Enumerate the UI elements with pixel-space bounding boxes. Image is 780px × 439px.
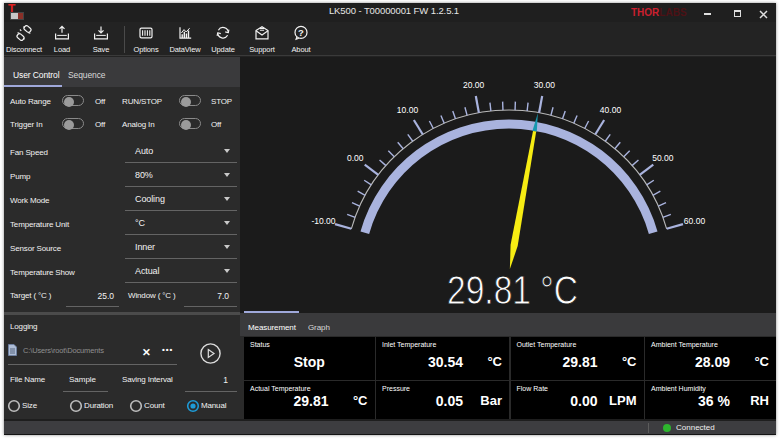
svg-text:29.81 °C: 29.81 °C	[447, 267, 578, 313]
svg-text:30.00: 30.00	[534, 80, 556, 90]
svg-text:0.00: 0.00	[347, 153, 364, 163]
svg-text:40.00: 40.00	[600, 105, 622, 115]
svg-text:-10.00: -10.00	[311, 216, 335, 226]
svg-text:50.00: 50.00	[652, 153, 674, 163]
svg-text:10.00: 10.00	[397, 105, 419, 115]
svg-text:?: ?	[298, 27, 304, 38]
svg-text:60.00: 60.00	[684, 216, 706, 226]
svg-text:20.00: 20.00	[463, 80, 485, 90]
